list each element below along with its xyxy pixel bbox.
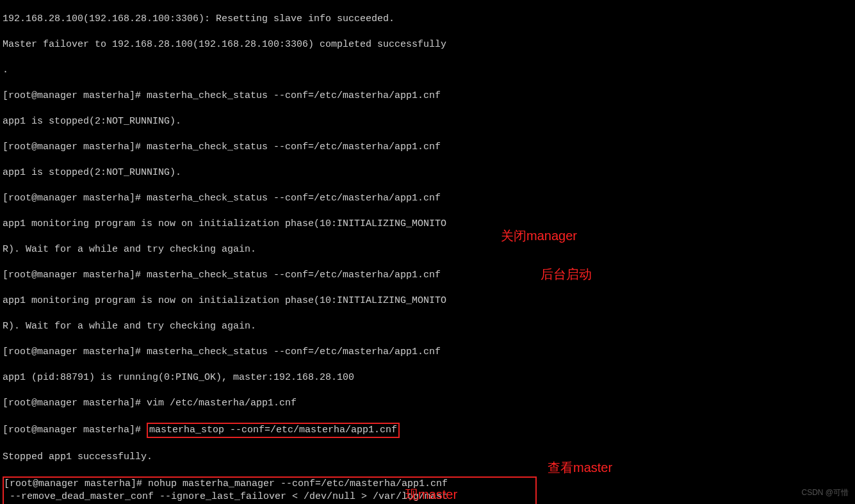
output-line: app1 (pid:88791) is running(0:PING_OK), …	[3, 371, 852, 384]
prompt-line: [root@manager masterha]# masterha_stop -…	[3, 423, 852, 438]
output-line: 192.168.28.100(192.168.28.100:3306): Res…	[3, 13, 852, 26]
prompt-line: [root@manager masterha]# masterha_check_…	[3, 269, 852, 282]
output-line: app1 is stopped(2:NOT_RUNNING).	[3, 167, 852, 179]
output-line: app1 monitoring program is now on initia…	[3, 218, 852, 231]
output-line: R). Wait for a while and try checking ag…	[3, 320, 852, 333]
prompt-line: [root@manager masterha]# masterha_check_…	[3, 90, 852, 102]
prompt-line: [root@manager masterha]# masterha_check_…	[3, 346, 852, 359]
output-line: R). Wait for a while and try checking ag…	[3, 243, 852, 256]
terminal-output[interactable]: 192.168.28.100(192.168.28.100:3306): Res…	[0, 0, 855, 504]
masterha-stop-highlight: masterha_stop --conf=/etc/masterha/app1.…	[147, 423, 400, 438]
prompt-line: [root@manager masterha]# masterha_check_…	[3, 141, 852, 154]
annotation-bg-start: 后台启动	[541, 268, 592, 280]
watermark-text: CSDN @可惜	[801, 486, 849, 499]
output-line: .	[3, 64, 852, 77]
output-line: app1 monitoring program is now on initia…	[3, 295, 852, 307]
prompt-line: [root@manager masterha]# masterha_check_…	[3, 192, 852, 205]
output-line: Stopped app1 successfully.	[3, 451, 852, 464]
output-line: app1 is stopped(2:NOT_RUNNING).	[3, 115, 852, 128]
annotation-current-master: 现master	[405, 488, 457, 501]
output-line: Master failover to 192.168.28.100(192.16…	[3, 38, 852, 51]
annotation-view-master: 查看master	[548, 461, 612, 474]
prompt-line: [root@manager masterha]# vim /etc/master…	[3, 397, 852, 410]
annotation-close-manager: 关闭manager	[501, 229, 577, 242]
